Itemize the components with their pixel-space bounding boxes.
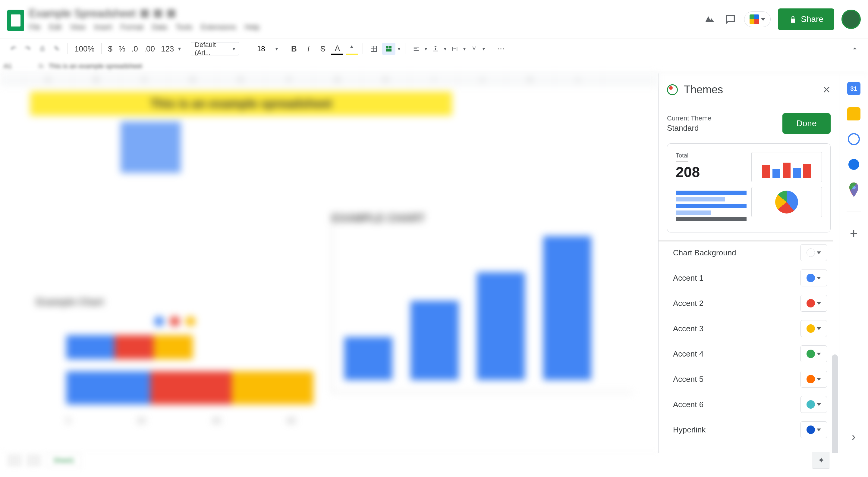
paint-format-icon[interactable]: ✎ bbox=[51, 43, 63, 55]
themes-panel: Themes ✕ Current Theme Standard Done Tot… bbox=[658, 73, 839, 453]
color-picker[interactable] bbox=[801, 371, 827, 387]
meet-button[interactable] bbox=[744, 11, 771, 27]
history-icon[interactable] bbox=[703, 13, 716, 26]
currency-button[interactable]: $ bbox=[106, 44, 114, 54]
current-theme-name: Standard bbox=[667, 124, 712, 133]
zoom-select[interactable]: 100% bbox=[73, 44, 96, 54]
contacts-icon[interactable] bbox=[847, 158, 861, 171]
fill-color-button[interactable] bbox=[346, 43, 358, 55]
menu-extensions[interactable]: Extensions bbox=[201, 23, 236, 31]
highlighted-title-cell[interactable]: This is an example spreadsheet bbox=[30, 92, 452, 116]
color-picker[interactable] bbox=[801, 345, 827, 362]
name-box[interactable]: A1 bbox=[4, 62, 34, 70]
borders-button[interactable] bbox=[368, 43, 380, 55]
user-avatar[interactable] bbox=[841, 10, 861, 29]
move-icon[interactable] bbox=[154, 9, 162, 18]
formula-input[interactable]: This is an example spreadsheet bbox=[49, 62, 142, 70]
collapse-toolbar-icon[interactable] bbox=[849, 43, 861, 55]
more-toolbar-button[interactable]: ⋯ bbox=[495, 43, 507, 55]
number-format-button[interactable]: 123 bbox=[159, 44, 176, 54]
text-color-button[interactable]: A bbox=[331, 43, 343, 55]
preview-table bbox=[676, 187, 747, 224]
strikethrough-button[interactable]: S bbox=[317, 43, 329, 55]
color-label: Accent 4 bbox=[673, 349, 704, 359]
print-icon[interactable]: ⎙ bbox=[36, 43, 48, 55]
document-title[interactable]: Example Spreadsheet bbox=[29, 7, 135, 20]
menu-help[interactable]: Help bbox=[245, 23, 259, 31]
color-swatch bbox=[807, 274, 815, 282]
color-label: Accent 2 bbox=[673, 299, 704, 308]
undo-icon[interactable]: ↶ bbox=[7, 43, 19, 55]
color-picker[interactable] bbox=[801, 244, 827, 261]
bold-button[interactable]: B bbox=[288, 43, 300, 55]
chevron-down-icon bbox=[817, 327, 821, 330]
maps-icon[interactable] bbox=[847, 183, 861, 196]
menu-format[interactable]: Format bbox=[121, 23, 144, 31]
menu-tools[interactable]: Tools bbox=[176, 23, 192, 31]
side-panel: 31 + › bbox=[839, 73, 868, 453]
h-align-button[interactable] bbox=[410, 43, 422, 55]
keep-icon[interactable] bbox=[847, 107, 861, 121]
panel-title: Themes bbox=[684, 83, 816, 96]
increase-decimal-button[interactable]: .00 bbox=[142, 44, 157, 54]
app-header: Example Spreadsheet File Edit View Inser… bbox=[0, 0, 868, 39]
color-swatch bbox=[807, 425, 815, 434]
menu-file[interactable]: File bbox=[29, 23, 41, 31]
share-button[interactable]: Share bbox=[778, 8, 834, 30]
merge-cells-button[interactable] bbox=[382, 43, 396, 55]
color-swatch bbox=[807, 299, 815, 307]
color-label: Accent 5 bbox=[673, 375, 704, 384]
percent-button[interactable]: % bbox=[117, 44, 127, 54]
color-label: Hyperlink bbox=[673, 425, 706, 435]
share-label: Share bbox=[801, 14, 824, 24]
font-select[interactable]: Default (Ari...▾ bbox=[191, 42, 239, 56]
preview-total-value: 208 bbox=[676, 164, 747, 180]
star-icon[interactable] bbox=[141, 9, 149, 18]
done-button[interactable]: Done bbox=[782, 113, 831, 134]
color-label: Accent 6 bbox=[673, 400, 704, 409]
menu-edit[interactable]: Edit bbox=[49, 23, 61, 31]
theme-color-row: Hyperlink bbox=[658, 417, 839, 442]
chevron-down-icon bbox=[817, 378, 821, 381]
font-size-input[interactable]: 18 bbox=[249, 44, 273, 53]
v-align-button[interactable] bbox=[430, 43, 441, 55]
color-swatch bbox=[807, 350, 815, 358]
cloud-status-icon bbox=[167, 9, 176, 18]
menu-view[interactable]: View bbox=[70, 23, 86, 31]
theme-color-row: Chart Background bbox=[658, 240, 839, 265]
color-picker[interactable] bbox=[801, 320, 827, 337]
tasks-icon[interactable] bbox=[847, 133, 861, 146]
close-icon[interactable]: ✕ bbox=[823, 84, 831, 96]
menu-data[interactable]: Data bbox=[152, 23, 167, 31]
theme-color-row: Accent 6 bbox=[658, 392, 839, 417]
redo-icon[interactable]: ↷ bbox=[22, 43, 34, 55]
color-picker[interactable] bbox=[801, 396, 827, 413]
chevron-down-icon bbox=[817, 251, 821, 254]
add-sheet-button[interactable] bbox=[7, 454, 22, 467]
all-sheets-button[interactable] bbox=[27, 454, 41, 467]
color-picker[interactable] bbox=[801, 295, 827, 312]
hide-sidepanel-icon[interactable]: › bbox=[852, 431, 856, 443]
scrollbar[interactable] bbox=[832, 354, 838, 453]
theme-color-row: Accent 2 bbox=[658, 291, 839, 316]
color-label: Chart Background bbox=[673, 248, 736, 258]
menu-insert[interactable]: Insert bbox=[94, 23, 112, 31]
italic-button[interactable]: I bbox=[302, 43, 314, 55]
add-addon-icon[interactable]: + bbox=[850, 226, 858, 241]
calendar-icon[interactable]: 31 bbox=[847, 82, 861, 95]
text-rotate-button[interactable] bbox=[468, 43, 480, 55]
text-wrap-button[interactable] bbox=[449, 43, 461, 55]
explore-button[interactable]: ✦ bbox=[812, 452, 830, 469]
preview-pie-chart bbox=[751, 187, 822, 217]
sheet-tab[interactable]: Sheet1 bbox=[46, 454, 82, 467]
spreadsheet-canvas[interactable]: ABCDEFGHIJKL This is an example spreadsh… bbox=[0, 73, 658, 453]
preview-total-label: Total bbox=[676, 152, 688, 161]
sheets-logo-icon[interactable] bbox=[7, 10, 24, 31]
comments-icon[interactable] bbox=[724, 13, 737, 26]
meet-logo-icon bbox=[749, 14, 759, 24]
color-picker[interactable] bbox=[801, 270, 827, 286]
theme-colors-list[interactable]: Chart BackgroundAccent 1Accent 2Accent 3… bbox=[658, 240, 839, 453]
color-swatch bbox=[807, 248, 815, 257]
decrease-decimal-button[interactable]: .0 bbox=[130, 44, 140, 54]
color-picker[interactable] bbox=[801, 421, 827, 438]
